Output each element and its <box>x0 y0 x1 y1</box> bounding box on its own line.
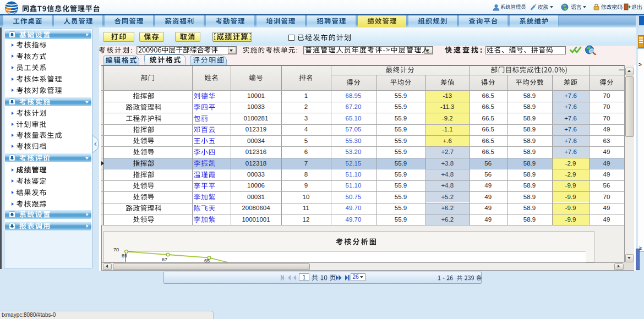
svg-text:69: 69 <box>122 253 127 258</box>
svg-text:70: 70 <box>113 247 119 252</box>
svg-text:65: 65 <box>204 258 210 262</box>
svg-text:67: 67 <box>162 257 167 262</box>
